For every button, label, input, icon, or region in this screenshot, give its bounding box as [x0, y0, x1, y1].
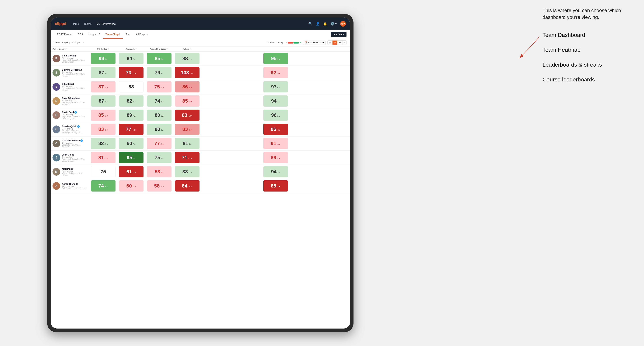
score-cell-5-0: 83 -3▼: [89, 122, 117, 137]
player-club: Woburn Golf Club, United Kingdom: [62, 172, 88, 176]
score-cell-8-2: 58 4▲: [145, 165, 173, 179]
score-number: 103: [181, 70, 189, 75]
player-info: David Ford✓ Plus Handicap Royal North De…: [62, 111, 88, 120]
score-change: 4▲: [105, 101, 108, 103]
score-cell-7-4: 89 -2▼: [201, 151, 350, 165]
last-rounds-button[interactable]: 📅 Last Rounds: 20: [303, 40, 326, 45]
score-cell-8-1: 61 -3▼: [117, 165, 145, 179]
main-content: Player Quality ▼ Off the Tee ▼: [51, 46, 350, 329]
player-info: Matt Miller 6-10 Handicap Woburn Golf Cl…: [62, 168, 88, 176]
score-number: 94: [271, 169, 276, 174]
grid-small-view-button[interactable]: ⊞: [328, 40, 332, 44]
score-change: 9▲: [105, 58, 108, 60]
player-cell-0[interactable]: B Blair McHarg Plus Handicap Royal North…: [51, 51, 89, 66]
score-number: 89: [127, 112, 132, 118]
tab-pga[interactable]: PGA: [75, 30, 86, 39]
user-button[interactable]: 👤: [316, 22, 320, 26]
settings-button[interactable]: ⚙️ ▾: [330, 22, 337, 26]
score-change: -11▼: [132, 72, 137, 74]
score-number: 86: [271, 127, 276, 132]
player-cell-4[interactable]: D David Ford✓ Plus Handicap Royal North …: [51, 108, 89, 122]
score-number: 81: [98, 155, 104, 161]
player-cell-2[interactable]: E Elliot Ebert 1-5 Handicap Sunningdale …: [51, 80, 89, 94]
list-view-button[interactable]: ☰: [338, 40, 342, 44]
score-number: 96: [271, 112, 276, 118]
score-change: 7▲: [133, 115, 136, 117]
sub-header: Team Clippd | 14 Players ✎ 20 Round Chan…: [51, 39, 350, 46]
score-change: 1▲: [105, 72, 108, 74]
score-number: 88: [182, 56, 188, 61]
score-number: 80: [155, 112, 160, 118]
player-handicap: 1-5 Handicap: [62, 142, 88, 144]
ipad-frame: clippd Home Teams My Performance 🔍 👤 🔔 ⚙…: [47, 14, 354, 332]
tab-hcaps[interactable]: Hcaps 1-5: [86, 30, 103, 39]
tab-tour[interactable]: Tour: [123, 30, 133, 39]
score-change: -6▼: [188, 86, 192, 89]
score-cell-9-1: 60 -1▼: [117, 179, 145, 193]
nav-teams[interactable]: Teams: [84, 22, 92, 26]
tab-all-players[interactable]: All Players: [133, 30, 150, 39]
nav-my-performance[interactable]: My Performance: [96, 22, 116, 26]
score-change: 2▲: [161, 157, 164, 159]
nav-home[interactable]: Home: [72, 22, 79, 26]
player-info: Dave Billingham 1-5 Handicap Gog Magog G…: [62, 97, 88, 105]
table-row: E Edward Crossman 1-5 Handicap Sunningda…: [51, 66, 350, 80]
score-change: -3▼: [104, 157, 108, 159]
score-change: -1▼: [132, 185, 136, 188]
col-header-off-tee: Off the Tee ▼: [89, 46, 117, 51]
score-number: 83: [182, 127, 188, 132]
score-change: 8▲: [133, 157, 136, 159]
player-name: Chris Robertson✓: [62, 139, 88, 142]
score-change: -8▼: [277, 129, 280, 131]
player-handicap: 6-10 Handicap: [62, 170, 88, 172]
player-handicap: 6-10 Handicap: [62, 128, 88, 130]
score-change: 2▲: [133, 143, 136, 145]
table-row: E Elliot Ebert 1-5 Handicap Sunningdale …: [51, 80, 350, 94]
score-cell-2-3: 86 -6▼: [173, 80, 201, 94]
player-avatar: J: [52, 154, 60, 162]
player-club: Sunningdale Golf Club, United Kingdom: [62, 87, 88, 91]
search-button[interactable]: 🔍: [308, 22, 312, 26]
score-number: 91: [271, 141, 276, 146]
player-cell-5[interactable]: C Charlie Quick✓ 6-10 Handicap St. Georg…: [51, 122, 89, 137]
edit-icon[interactable]: ✎: [82, 41, 84, 44]
score-cell-7-3: 71 -11▼: [173, 151, 201, 165]
score-number: 58: [155, 169, 160, 174]
score-cell-0-1: 84 6▲: [117, 51, 145, 66]
add-team-button[interactable]: Add Team: [331, 32, 346, 37]
sort-button[interactable]: ↕: [342, 40, 346, 44]
grid-large-view-button[interactable]: ⊟: [332, 40, 338, 44]
user-avatar[interactable]: U ▾: [340, 21, 346, 26]
bell-button[interactable]: 🔔: [323, 22, 327, 26]
player-info: Charlie Quick✓ 6-10 Handicap St. George'…: [62, 125, 88, 134]
player-cell-3[interactable]: D Dave Billingham 1-5 Handicap Gog Magog…: [51, 94, 89, 108]
score-number: 85: [271, 183, 276, 189]
score-change: -3▼: [188, 101, 192, 103]
player-cell-6[interactable]: C Chris Robertson✓ 1-5 Handicap Craigmil…: [51, 137, 89, 151]
score-cell-5-3: 83 -6▼: [173, 122, 201, 137]
player-handicap: Plus Handicap: [62, 114, 88, 116]
score-cell-3-0: 87 4▲: [89, 94, 117, 108]
score-change: 1▲: [277, 101, 280, 103]
table-row: A Aaron Nicholls 11-15 Handicap Drift Go…: [51, 179, 350, 193]
score-number: 85: [98, 112, 104, 118]
tab-team-clippd[interactable]: Team Clippd: [103, 30, 123, 39]
score-cell-4-2: 80 3▲: [145, 108, 173, 122]
score-cell-9-3: 84 -21▲: [173, 179, 201, 193]
score-change: 8▲: [161, 58, 164, 60]
player-cell-9[interactable]: A Aaron Nicholls 11-15 Handicap Drift Go…: [51, 179, 89, 193]
player-name: Elliot Ebert: [62, 83, 88, 85]
player-cell-8[interactable]: M Matt Miller 6-10 Handicap Woburn Golf …: [51, 165, 89, 179]
score-cell-0-3: 88 -1▼: [173, 51, 201, 66]
tab-pgat-players[interactable]: PGAT Players: [54, 30, 75, 39]
score-cell-6-1: 60 2▲: [117, 137, 145, 151]
score-cell-3-4: 94 1▲: [201, 94, 350, 108]
player-cell-7[interactable]: J Josh Coles 1-5 Handicap Royal North De…: [51, 151, 89, 165]
score-change: 4▲: [133, 101, 136, 103]
col-header-player: Player Quality ▼: [51, 46, 89, 51]
score-change: 15▲: [190, 72, 194, 74]
player-handicap: 1-5 Handicap: [62, 156, 88, 158]
score-change: 4▲: [189, 143, 192, 145]
player-cell-1[interactable]: E Edward Crossman 1-5 Handicap Sunningda…: [51, 66, 89, 80]
sort-arrow-off-tee: ▼: [108, 48, 110, 50]
